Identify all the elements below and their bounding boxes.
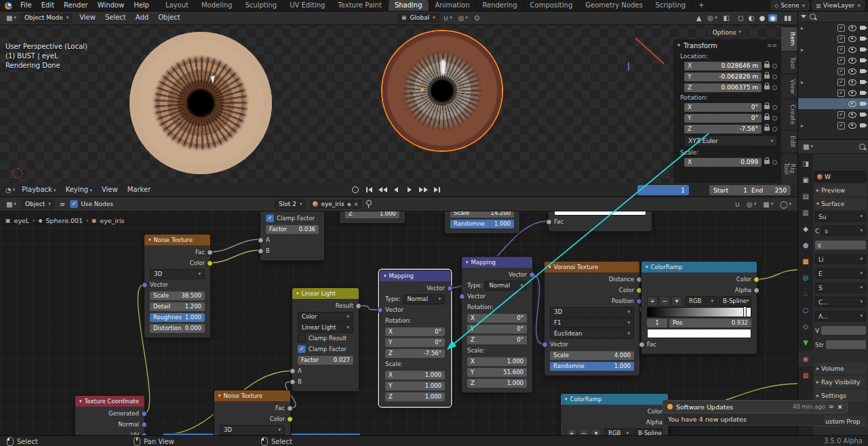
node-mapping-2[interactable]: ▾MappingVectorType:Normal▾VectorRotation… — [461, 256, 533, 393]
visibility-eye-icon[interactable] — [848, 112, 856, 118]
remove-stop-button[interactable]: − — [578, 428, 589, 436]
transform-field-x[interactable]: X0.028646 m — [684, 62, 762, 70]
properties-tab-view-layer[interactable]: ▥ — [798, 204, 813, 220]
scene-unlink-icon[interactable]: ✕ — [802, 3, 806, 9]
animate-dot-icon[interactable] — [772, 85, 777, 90]
node-noise-texture-1[interactable]: ▾Noise TextureFacColor3D▾VectorScale38.5… — [144, 234, 211, 338]
stop-index-field[interactable]: 1 — [647, 319, 667, 327]
fac-socket[interactable] — [287, 405, 293, 411]
node-voronoi-texture[interactable]: ▾Voronoi TextureDistanceColorPosition3D▾… — [544, 261, 640, 376]
visibility-eye-icon[interactable] — [848, 79, 856, 85]
overlays-icon[interactable]: ◎▾ — [705, 14, 719, 22]
render-camera-icon[interactable] — [860, 80, 865, 84]
node-field-distortion[interactable]: Distortion0.000 — [150, 324, 205, 333]
vector-socket[interactable] — [529, 272, 535, 278]
node-field-z[interactable]: Z0° — [467, 336, 527, 344]
collapse-icon[interactable]: ▾ — [549, 264, 551, 270]
search-icon[interactable] — [810, 14, 816, 20]
vector-socket[interactable] — [447, 285, 453, 291]
transform-field-x[interactable]: X0° — [684, 103, 762, 112]
editor-type-icon[interactable]: ▩▾ — [4, 201, 18, 208]
checkbox-icon[interactable]: ✓ — [837, 68, 845, 75]
node-field-x[interactable]: X0° — [467, 314, 527, 323]
prop-dropdown-a[interactable]: A...▾ — [815, 311, 866, 321]
vector-socket[interactable] — [542, 342, 548, 348]
node-colorramp-2[interactable]: ▾ColorRampColorAlpha+−▾RGB▾B-Spline▾ — [560, 393, 669, 435]
expand-icon[interactable]: ▸ — [801, 25, 806, 31]
play-button[interactable] — [404, 185, 415, 195]
workspace-tab-sculpting[interactable]: Sculpting — [239, 0, 283, 11]
workspace-tab-layout[interactable]: Layout — [159, 0, 195, 11]
pause-render-icon[interactable]: ▮▮ — [782, 14, 793, 22]
sidebar-tab-create[interactable]: Create — [781, 100, 797, 129]
color-swatch[interactable] — [647, 329, 751, 338]
unlink-material-icon[interactable]: ✕ — [354, 201, 359, 207]
render-camera-icon[interactable] — [860, 69, 865, 73]
checkbox-icon[interactable]: ✓ — [837, 57, 845, 64]
prop-value-field[interactable] — [826, 340, 866, 349]
sidebar-tab-item[interactable]: Item — [781, 27, 797, 51]
editor-type-icon[interactable]: ◔▾ — [3, 186, 17, 194]
viewlayer-unlink-icon[interactable]: ✕ — [856, 3, 861, 9]
menu-help[interactable]: Help — [129, 0, 154, 11]
visibility-eye-icon[interactable] — [848, 25, 856, 31]
jump-to-end-button[interactable] — [431, 185, 442, 195]
menu-edit[interactable]: Edit — [37, 0, 59, 11]
checkbox-icon[interactable]: ✓ — [837, 79, 845, 86]
prop-dropdown-e[interactable]: E▾ — [815, 268, 866, 279]
filter-icon[interactable] — [801, 15, 806, 18]
node-colorramp-1[interactable]: ▾ColorRampColorAlpha+−▾RGB▾B-Spline▾1Pos… — [641, 261, 757, 354]
a-socket[interactable] — [290, 368, 296, 374]
collapse-icon[interactable]: ▾ — [296, 291, 299, 296]
3d-viewport[interactable]: ▩▾ Object Mode▾ ViewSelectAddObject ⊕ Gl… — [0, 11, 797, 184]
node-field-z[interactable]: Z-7.56° — [385, 349, 445, 358]
panel-preview[interactable]: ▸Preview — [814, 184, 867, 196]
animate-dot-icon[interactable] — [772, 127, 777, 131]
node-field-y[interactable]: Y1.000 — [385, 382, 445, 390]
generated-socket[interactable] — [141, 411, 147, 417]
fac-socket[interactable] — [639, 342, 645, 348]
outliner-row-3[interactable]: ✓ — [798, 55, 868, 66]
node-header[interactable]: ▾Voronoi Texture — [545, 262, 639, 272]
interpolation-dropdown[interactable]: B-Spline▾ — [719, 296, 751, 306]
timeline-menu-view[interactable]: View — [97, 184, 123, 195]
node-field-z[interactable]: Z1.000 — [345, 211, 399, 218]
material-datablock[interactable]: W — [814, 171, 867, 182]
node-header[interactable]: ▾Mapping — [380, 270, 450, 281]
node-field-scale[interactable]: Scale38.500 — [150, 291, 205, 300]
node-z-value-partial[interactable]: Z1.000 — [339, 211, 406, 224]
node-field-factor[interactable]: Factor0.036 — [266, 225, 319, 234]
next-keyframe-button[interactable] — [418, 185, 429, 195]
use-nodes-checkbox[interactable]: ✓ — [70, 200, 78, 208]
prop-texture-field[interactable]: s — [815, 241, 866, 249]
lock-icon[interactable] — [764, 105, 770, 109]
xray-toggle-icon[interactable]: ◧ — [722, 14, 732, 22]
properties-tab-render[interactable]: ▣ — [798, 171, 813, 188]
jump-to-start-button[interactable] — [363, 185, 374, 195]
node-field-x[interactable]: X0° — [385, 327, 445, 336]
collapse-icon[interactable]: ▾ — [466, 260, 469, 265]
current-frame-field[interactable]: 1 — [637, 185, 689, 195]
timeline-menu-playback[interactable]: Playback ▾ — [17, 184, 60, 195]
checkbox-icon[interactable]: ✓ — [837, 111, 845, 119]
properties-tab-modifiers[interactable]: ◎ — [798, 269, 813, 285]
node-dropdown-euclidean[interactable]: Euclidean▾ — [550, 329, 634, 339]
animate-dot-icon[interactable] — [772, 160, 777, 165]
node-header[interactable]: ▾Noise Texture — [144, 235, 210, 245]
prop-dropdown-c[interactable]: C...▾ — [815, 297, 866, 307]
frame-end-field[interactable]: End 250 — [747, 185, 791, 195]
color-socket[interactable] — [753, 277, 760, 283]
node-field-randomne[interactable]: Randomne1.000 — [550, 362, 634, 371]
material-selector[interactable]: eye_iris ◈ ✕ — [309, 199, 362, 210]
position-field[interactable]: Pos0.932 — [669, 319, 751, 327]
render-camera-icon[interactable] — [860, 47, 865, 52]
node-field-x[interactable]: X1.000 — [385, 371, 445, 380]
shading-rendered-icon[interactable]: ◉ — [768, 14, 777, 22]
render-camera-icon[interactable] — [860, 26, 865, 30]
add-stop-button[interactable]: + — [647, 296, 658, 306]
node-header[interactable]: ▾Linear Light — [292, 288, 359, 299]
properties-tab-scene[interactable]: ◆ — [798, 220, 813, 237]
node-field-y[interactable]: Y51.600 — [467, 368, 527, 377]
sidebar-tab-edit[interactable]: Edit — [781, 131, 797, 152]
visibility-eye-icon[interactable] — [848, 47, 856, 53]
